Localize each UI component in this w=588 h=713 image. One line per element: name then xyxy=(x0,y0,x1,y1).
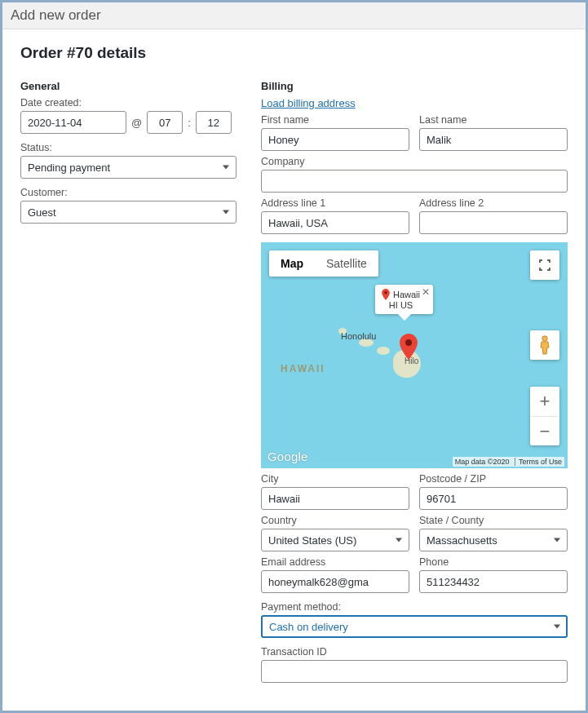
last-name-input[interactable] xyxy=(419,128,568,151)
company-label: Company xyxy=(261,156,568,167)
map-data-text: Map data ©2020 xyxy=(455,458,510,466)
zoom-in-button[interactable]: + xyxy=(530,387,559,416)
first-name-input[interactable] xyxy=(261,128,409,151)
postcode-label: Postcode / ZIP xyxy=(419,473,568,485)
map-region-label: HAWAII xyxy=(281,363,325,374)
transaction-id-label: Transaction ID xyxy=(261,646,568,658)
pin-icon xyxy=(382,289,390,300)
customer-label: Customer: xyxy=(20,187,237,198)
postcode-input[interactable] xyxy=(419,487,568,510)
zoom-out-button[interactable]: − xyxy=(530,416,559,445)
address1-input[interactable] xyxy=(261,211,409,234)
customer-select[interactable]: Guest xyxy=(20,201,237,224)
city-label: City xyxy=(261,473,409,485)
address1-label: Address line 1 xyxy=(261,197,409,209)
payment-method-select[interactable]: Cash on delivery xyxy=(261,615,568,638)
map-zoom-control: + − xyxy=(530,387,559,445)
map-info-window: ✕ Hawaii HI US xyxy=(375,285,433,314)
svg-point-0 xyxy=(405,339,412,346)
city-input[interactable] xyxy=(261,487,409,510)
transaction-id-input[interactable] xyxy=(261,660,568,683)
map-marker-icon[interactable] xyxy=(400,334,418,360)
country-select[interactable]: United States (US) xyxy=(261,529,409,551)
date-created-input[interactable] xyxy=(20,111,126,134)
email-label: Email address xyxy=(261,556,409,568)
date-hour-input[interactable] xyxy=(147,111,183,134)
general-heading: General xyxy=(20,80,237,92)
date-created-label: Date created: xyxy=(20,97,237,108)
address2-input[interactable] xyxy=(419,211,568,234)
load-billing-link[interactable]: Load billing address xyxy=(261,97,356,109)
map-tab-satellite[interactable]: Satellite xyxy=(315,250,378,277)
map-attribution: Map data ©2020 Terms of Use xyxy=(453,457,564,467)
page-title: Order #70 details xyxy=(20,44,568,62)
fullscreen-icon[interactable] xyxy=(530,250,559,280)
status-label: Status: xyxy=(20,142,237,153)
payment-method-label: Payment method: xyxy=(261,601,568,613)
map-city-label: Honolulu xyxy=(341,331,376,341)
address2-label: Address line 2 xyxy=(419,197,568,209)
date-minute-input[interactable] xyxy=(196,111,232,134)
map-tab-map[interactable]: Map xyxy=(269,250,315,277)
phone-label: Phone xyxy=(419,556,568,568)
phone-input[interactable] xyxy=(419,570,568,593)
first-name-label: First name xyxy=(261,114,409,126)
svg-point-2 xyxy=(542,336,547,341)
billing-heading: Billing xyxy=(261,80,568,92)
country-label: Country xyxy=(261,515,409,526)
state-label: State / County xyxy=(419,515,568,526)
close-icon[interactable]: ✕ xyxy=(422,286,430,298)
map-terms-link[interactable]: Terms of Use xyxy=(515,458,562,466)
google-logo: Google xyxy=(267,450,308,463)
map-info-title: Hawaii xyxy=(393,290,420,299)
status-select[interactable]: Pending payment xyxy=(20,156,237,179)
last-name-label: Last name xyxy=(419,114,568,126)
state-select[interactable]: Massachusetts xyxy=(419,529,568,551)
window-title: Add new order xyxy=(2,2,586,29)
email-input[interactable] xyxy=(261,570,409,593)
date-colon: : xyxy=(188,117,191,129)
date-at-symbol: @ xyxy=(131,117,142,129)
map-widget[interactable]: HAWAII Honolulu Hilo ✕ Hawaii HI US xyxy=(261,242,568,468)
map-info-subtitle: HI US xyxy=(382,300,420,310)
company-input[interactable] xyxy=(261,170,568,193)
svg-point-1 xyxy=(384,291,387,294)
map-island-shape xyxy=(377,347,390,355)
pegman-icon[interactable] xyxy=(530,330,559,360)
map-type-control: Map Satellite xyxy=(269,250,378,277)
